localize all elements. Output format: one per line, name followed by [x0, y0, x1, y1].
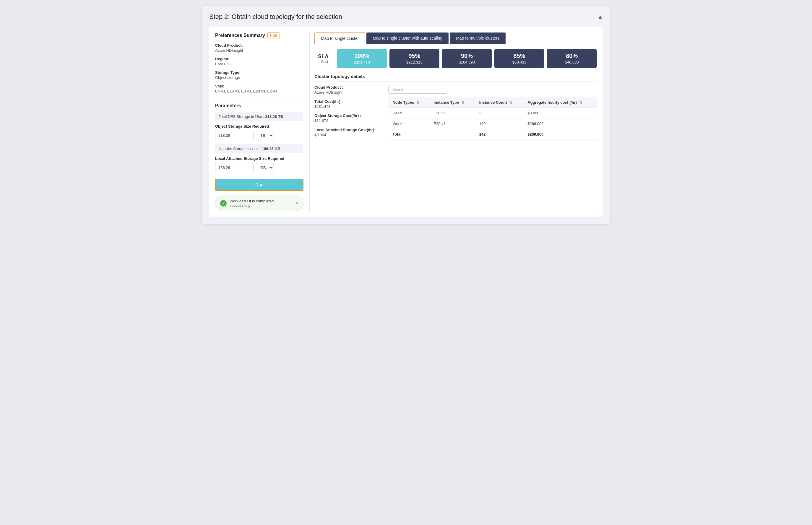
sla-card-95[interactable]: 95% $212.313 — [389, 49, 440, 68]
preferences-title: Preferences Summary — [215, 33, 265, 38]
dfs-storage-text: Total DFS Storage in Use : — [219, 114, 264, 119]
topo-local-attached-cost: Local Attached Storage Cost(/hr) : $0.06… — [314, 127, 376, 137]
pref-storage-value: Object storage — [215, 75, 303, 80]
local-attached-label: Local Attached Storage Size Required — [215, 156, 303, 161]
collapse-icon[interactable]: ▲ — [598, 14, 603, 20]
topo-total-cost-value: $281.473 — [314, 104, 376, 109]
cluster-table: Node Types ⇅ Instance Type ⇅ Instance Co… — [388, 97, 597, 140]
cell-total-count: 142 — [475, 129, 524, 140]
sla-card-80[interactable]: 80% $46.633 — [547, 49, 597, 68]
non-dfs-text: Non-dfs Storage in Use : — [219, 147, 261, 151]
dfs-storage-row: Total DFS Storage in Use : 218.28 TB — [215, 112, 303, 121]
sla-percent-95: 95% — [392, 52, 437, 59]
cell-node-type-head: Head — [388, 108, 429, 119]
sla-card-90[interactable]: 90% $104.393 — [442, 49, 492, 68]
dfs-storage-value: 218.28 TB — [265, 114, 283, 119]
object-storage-label: Object Storage Size Required — [215, 124, 303, 129]
pref-cloud-product: Cloud Product: Azure HDInsight — [215, 43, 303, 52]
cell-instance-count-worker: 140 — [475, 119, 524, 129]
content-area: Preferences Summary Edit Cloud Product: … — [209, 27, 603, 217]
cell-total-cost: $269.800 — [523, 129, 597, 140]
non-dfs-value: 186.26 GB — [262, 147, 281, 151]
preferences-header: Preferences Summary Edit — [215, 32, 303, 39]
pref-region-label: Region: — [215, 57, 303, 61]
object-storage-input[interactable] — [215, 131, 254, 140]
table-header-row: Node Types ⇅ Instance Type ⇅ Instance Co… — [388, 97, 597, 108]
cell-node-type-worker: Worker — [388, 119, 429, 129]
tab-multiple-clusters[interactable]: Map to multiple clusters — [450, 32, 506, 44]
col-node-types: Node Types ⇅ — [388, 97, 429, 108]
topo-local-attached-cost-label: Local Attached Storage Cost(/hr) : — [314, 127, 376, 132]
sort-icon-cost[interactable]: ⇅ — [579, 100, 582, 105]
cell-total-label: Total — [388, 129, 429, 140]
sla-percent-80: 80% — [549, 52, 595, 59]
topo-col-left: Cloud Product : Azure HDInsight Total Co… — [314, 85, 376, 142]
sla-row: SLA Cost 100% $281.473 95% $212.313 90% … — [314, 49, 597, 68]
col-instance-type: Instance Type ⇅ — [429, 97, 475, 108]
pref-cloud-value: Azure HDInsight — [215, 48, 303, 52]
cell-total-empty — [429, 129, 475, 140]
pref-region: Region: East US 2 — [215, 57, 303, 66]
local-attached-unit-select[interactable]: GB TB — [256, 163, 274, 172]
run-button[interactable]: Run — [215, 179, 303, 191]
sort-icon-count[interactable]: ⇅ — [509, 100, 512, 105]
table-row: Worker E20 v3 140 $266.000 — [388, 119, 597, 129]
cell-aggregate-cost-head: $3.800 — [523, 108, 597, 119]
col-instance-count: Instance Count ⇅ — [475, 97, 524, 108]
pref-storage-type: Storage Type: Object storage — [215, 70, 303, 80]
local-attached-input-group: GB TB — [215, 163, 303, 172]
page-header: Step 2: Obtain cloud topology for the se… — [209, 13, 603, 21]
table-row: Head E20 v3 2 $3.800 — [388, 108, 597, 119]
sla-sublabel: Cost — [314, 60, 334, 64]
pref-vms-value: E4 v3, E16 v3, E8 v3, E20 v3, E2 v3 — [215, 89, 303, 93]
edit-link[interactable]: Edit — [267, 32, 280, 39]
sla-card-100[interactable]: 100% $281.473 — [337, 49, 387, 68]
success-banner: ✓ Workload Fit is completed successfully… — [215, 196, 303, 211]
success-check-icon: ✓ — [220, 200, 227, 207]
sla-percent-85: 85% — [497, 52, 542, 59]
sla-cost-95: $212.313 — [392, 60, 437, 64]
topo-total-cost: Total Cost(/hr) : $281.473 — [314, 99, 376, 109]
sla-label-block: SLA Cost — [314, 54, 334, 64]
sla-cost-100: $281.473 — [339, 60, 385, 64]
main-container: Step 2: Obtain cloud topology for the se… — [202, 6, 610, 224]
topo-cloud-value: Azure HDInsight — [314, 90, 376, 94]
sla-card-85[interactable]: 85% $50.433 — [494, 49, 545, 68]
right-panel: Map to single cluster Map to single clus… — [314, 32, 597, 211]
success-message: Workload Fit is completed successfully — [230, 199, 293, 208]
sla-cost-80: $46.633 — [549, 60, 595, 64]
sla-percent-100: 100% — [339, 52, 385, 59]
left-panel: Preferences Summary Edit Cloud Product: … — [215, 32, 310, 211]
topo-col-right: Node Types ⇅ Instance Type ⇅ Instance Co… — [388, 85, 597, 142]
sort-icon-instance[interactable]: ⇅ — [461, 100, 465, 105]
topo-cloud-label: Cloud Product : — [314, 85, 376, 90]
object-storage-unit-select[interactable]: TB GB — [256, 131, 274, 140]
divider — [215, 98, 303, 99]
page-title: Step 2: Obtain cloud topology for the se… — [209, 13, 342, 21]
tab-single-cluster-auto[interactable]: Map to single cluster with auto scaling — [366, 32, 449, 44]
section-title: Cluster topology details — [314, 74, 597, 81]
tab-single-cluster[interactable]: Map to single cluster — [314, 32, 365, 44]
topo-info-row: Cloud Product : Azure HDInsight Total Co… — [314, 85, 597, 142]
search-input[interactable] — [388, 85, 447, 94]
topo-object-storage-cost-label: Object Storage Cost(/hr) : — [314, 114, 376, 118]
pref-region-value: East US 2 — [215, 62, 303, 66]
topo-total-cost-label: Total Cost(/hr) : — [314, 99, 376, 104]
topo-object-storage-cost-value: $11.673 — [314, 119, 376, 123]
col-aggregate-cost: Aggregate hourly cost (/hr) ⇅ — [523, 97, 597, 108]
cell-instance-type-head: E20 v3 — [429, 108, 475, 119]
sla-percent-90: 90% — [444, 52, 490, 59]
tabs-container: Map to single cluster Map to single clus… — [314, 32, 597, 44]
pref-vms: VMs: E4 v3, E16 v3, E8 v3, E20 v3, E2 v3 — [215, 84, 303, 93]
sort-icon-node[interactable]: ⇅ — [416, 100, 420, 105]
success-close-button[interactable]: × — [296, 201, 298, 206]
local-attached-input[interactable] — [215, 163, 254, 172]
parameters-title: Parameters — [215, 103, 303, 108]
topo-local-attached-cost-value: $0.064 — [314, 133, 376, 137]
object-storage-input-group: TB GB — [215, 131, 303, 140]
table-total-row: Total 142 $269.800 — [388, 129, 597, 140]
topo-object-storage-cost: Object Storage Cost(/hr) : $11.673 — [314, 114, 376, 123]
non-dfs-row: Non-dfs Storage in Use : 186.26 GB — [215, 144, 303, 153]
cell-instance-type-worker: E20 v3 — [429, 119, 475, 129]
topo-cloud-product: Cloud Product : Azure HDInsight — [314, 85, 376, 94]
